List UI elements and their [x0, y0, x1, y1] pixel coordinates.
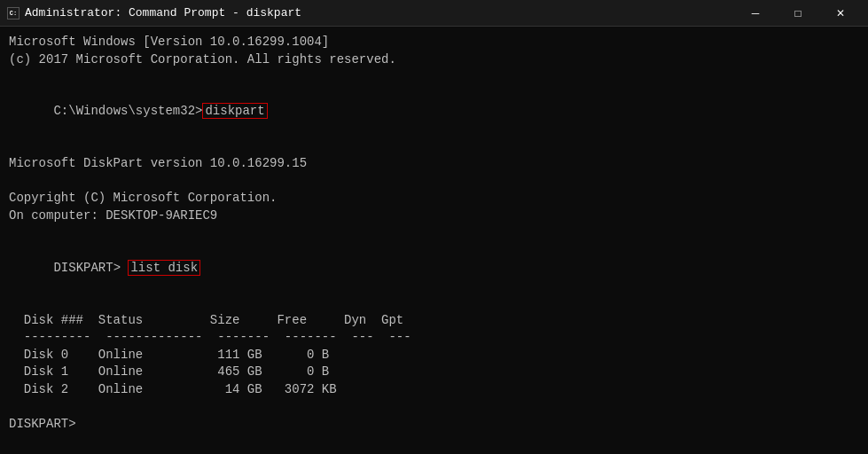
prompt-text-1: C:\Windows\system32> [53, 104, 202, 118]
diskpart-command: diskpart [202, 103, 267, 119]
computer-line: On computer: DESKTOP-9ARIEC9 [9, 207, 859, 225]
diskpart-prompt-list: DISKPART> list disk [9, 242, 859, 294]
blank-line-2 [9, 138, 859, 156]
blank-line-5 [9, 294, 859, 312]
title-bar-controls: ─ □ ✕ [735, 1, 861, 26]
list-disk-command: list disk [128, 260, 200, 276]
title-bar: Administrator: Command Prompt - diskpart… [0, 0, 868, 27]
prompt-diskpart: C:\Windows\system32>diskpart [9, 86, 859, 138]
blank-line-1 [9, 68, 859, 86]
table-header: Disk ### Status Size Free Dyn Gpt [9, 312, 859, 330]
copyright-line: Copyright (C) Microsoft Corporation. [9, 190, 859, 207]
cmd-icon [7, 7, 20, 20]
blank-line-3 [9, 173, 859, 191]
diskpart-prompt-text: DISKPART> [53, 261, 128, 275]
maximize-button[interactable]: □ [778, 1, 818, 26]
output-line-1: Microsoft Windows [Version 10.0.16299.10… [9, 34, 859, 51]
disk-2-row: Disk 2 Online 14 GB 3072 KB [9, 381, 859, 399]
blank-line-4 [9, 225, 859, 243]
terminal-body[interactable]: Microsoft Windows [Version 10.0.16299.10… [0, 27, 868, 454]
title-text: Administrator: Command Prompt - diskpart [25, 6, 301, 20]
disk-1-row: Disk 1 Online 465 GB 0 B [9, 364, 859, 381]
blank-line-6 [9, 398, 859, 416]
window: Administrator: Command Prompt - diskpart… [0, 0, 868, 454]
close-button[interactable]: ✕ [820, 1, 861, 26]
output-line-2: (c) 2017 Microsoft Corporation. All righ… [9, 51, 859, 69]
minimize-button[interactable]: ─ [735, 1, 776, 26]
title-bar-left: Administrator: Command Prompt - diskpart [7, 6, 301, 20]
table-separator: --------- ------------- ------- ------- … [9, 329, 859, 347]
diskpart-version: Microsoft DiskPart version 10.0.16299.15 [9, 155, 859, 173]
disk-0-row: Disk 0 Online 111 GB 0 B [9, 347, 859, 364]
final-prompt: DISKPART> [9, 416, 859, 434]
